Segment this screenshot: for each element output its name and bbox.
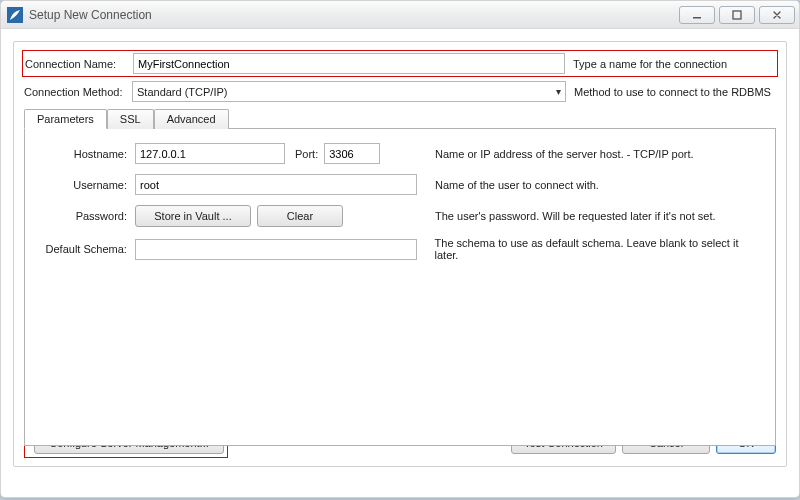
svg-rect-2: [733, 11, 741, 19]
form-group: Connection Name: Type a name for the con…: [13, 41, 787, 467]
chevron-down-icon: ▾: [556, 86, 561, 97]
tab-body-parameters: Hostname: Port: Name or IP address of th…: [24, 128, 776, 446]
default-schema-hint: The schema to use as default schema. Lea…: [425, 237, 765, 261]
svg-rect-1: [693, 17, 701, 19]
username-hint: Name of the user to connect with.: [425, 179, 765, 191]
title-bar: Setup New Connection: [1, 1, 799, 29]
highlight-connection-name: Connection Name: Type a name for the con…: [22, 50, 778, 77]
close-button[interactable]: [759, 6, 795, 24]
dialog-content: Connection Name: Type a name for the con…: [1, 29, 799, 479]
tabs-container: Parameters SSL Advanced Hostname: Port: …: [24, 108, 776, 446]
connection-name-label: Connection Name:: [25, 58, 133, 70]
connection-method-label: Connection Method:: [24, 86, 132, 98]
minimize-button[interactable]: [679, 6, 715, 24]
hostname-hint: Name or IP address of the server host. -…: [425, 148, 765, 160]
window-title: Setup New Connection: [29, 8, 152, 22]
maximize-button[interactable]: [719, 6, 755, 24]
store-in-vault-button[interactable]: Store in Vault ...: [135, 205, 251, 227]
connection-method-value: Standard (TCP/IP): [137, 86, 227, 98]
dialog-window: Setup New Connection Connection Name: Ty…: [0, 0, 800, 498]
connection-method-hint: Method to use to connect to the RDBMS: [566, 86, 776, 98]
app-icon: [7, 7, 23, 23]
default-schema-label: Default Schema:: [35, 243, 135, 255]
connection-name-input[interactable]: [133, 53, 565, 74]
tab-ssl[interactable]: SSL: [107, 109, 154, 129]
tab-advanced[interactable]: Advanced: [154, 109, 229, 129]
hostname-input[interactable]: [135, 143, 285, 164]
username-label: Username:: [35, 179, 135, 191]
connection-name-hint: Type a name for the connection: [565, 58, 775, 70]
password-hint: The user's password. Will be requested l…: [425, 210, 765, 222]
hostname-label: Hostname:: [35, 148, 135, 160]
port-label: Port:: [295, 148, 318, 160]
password-label: Password:: [35, 210, 135, 222]
tab-parameters[interactable]: Parameters: [24, 109, 107, 129]
default-schema-input[interactable]: [135, 239, 417, 260]
port-input[interactable]: [324, 143, 380, 164]
connection-method-dropdown[interactable]: Standard (TCP/IP) ▾: [132, 81, 566, 102]
username-input[interactable]: [135, 174, 417, 195]
clear-password-button[interactable]: Clear: [257, 205, 343, 227]
